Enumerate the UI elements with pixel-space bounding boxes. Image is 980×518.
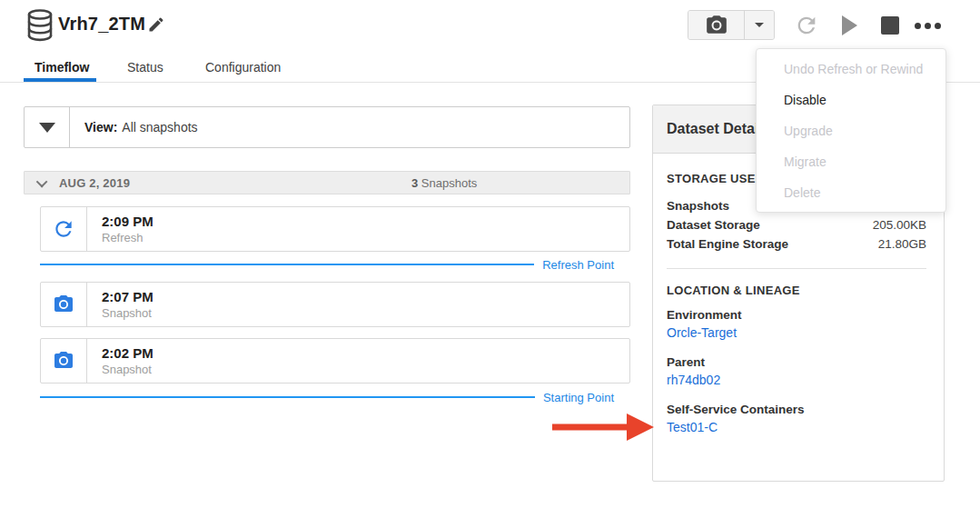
page-title: Vrh7_2TM: [58, 14, 145, 35]
snapshot-row[interactable]: 2:09 PM Refresh: [40, 206, 630, 252]
tab-status[interactable]: Status: [127, 60, 163, 75]
self-service-container-link[interactable]: Test01-C: [667, 420, 718, 434]
snapshot-options-caret-button[interactable]: [745, 11, 774, 39]
refresh-vdb-button[interactable]: [792, 11, 821, 40]
menu-item-upgrade: Upgrade: [757, 115, 945, 146]
start-vdb-button[interactable]: [836, 12, 863, 39]
snapshot-time: 2:02 PM: [102, 345, 153, 361]
snapshot-view-selector[interactable]: View: All snapshots: [24, 106, 630, 148]
section-divider: [667, 268, 926, 269]
view-selector-text: View: All snapshots: [70, 107, 198, 147]
menu-item-undo-refresh-or-rewind: Undo Refresh or Rewind: [757, 54, 945, 85]
snapshot-row[interactable]: 2:07 PM Snapshot: [40, 282, 630, 327]
camera-icon: [41, 283, 87, 326]
marker-label: Refresh Point: [542, 258, 614, 272]
refresh-icon: [41, 207, 87, 251]
starting-point-marker: Starting Point: [40, 390, 614, 404]
caret-down-icon: [755, 23, 764, 27]
tab-configuration[interactable]: Configuration: [205, 60, 281, 75]
menu-item-delete: Delete: [757, 177, 945, 208]
database-icon: [25, 8, 54, 46]
more-actions-button[interactable]: [909, 13, 945, 38]
triangle-down-icon: [39, 123, 55, 133]
snapshot-type: Snapshot: [102, 306, 153, 320]
tab-timeflow[interactable]: Timeflow: [35, 60, 89, 75]
stop-vdb-button[interactable]: [877, 13, 903, 38]
parent-link[interactable]: rh74db02: [667, 373, 720, 387]
chevron-down-icon: [36, 175, 48, 187]
snapshot-date-group-header[interactable]: AUG 2, 2019 3 Snapshots: [24, 171, 630, 194]
group-snapshot-count: 3 Snapshots: [411, 176, 477, 190]
marker-label: Starting Point: [543, 391, 614, 404]
menu-item-migrate: Migrate: [757, 146, 945, 177]
field-parent: Parent rh74db02: [667, 355, 926, 388]
more-actions-menu: Undo Refresh or Rewind Disable Upgrade M…: [756, 48, 946, 213]
field-self-service-containers: Self-Service Containers Test01-C: [667, 403, 926, 435]
stop-icon: [881, 16, 899, 35]
refresh-point-marker: Refresh Point: [40, 257, 614, 272]
field-environment: Environment Orcle-Target: [667, 308, 926, 341]
snapshot-type: Snapshot: [102, 363, 153, 376]
menu-item-disable[interactable]: Disable: [757, 85, 945, 115]
red-arrow-annotation: [552, 411, 654, 443]
timeline-line: [40, 396, 535, 398]
play-icon: [842, 15, 857, 35]
snapshot-camera-button[interactable]: [688, 11, 745, 39]
camera-icon: [41, 339, 87, 383]
view-label: View:: [84, 120, 117, 134]
edit-name-pencil-icon[interactable]: [146, 15, 166, 35]
snapshot-time: 2:07 PM: [102, 289, 153, 304]
snapshot-type: Refresh: [102, 231, 153, 244]
view-value: All snapshots: [122, 120, 197, 134]
group-date: AUG 2, 2019: [59, 176, 130, 190]
snapshot-row[interactable]: 2:02 PM Snapshot: [40, 338, 630, 384]
timeline-line: [40, 264, 534, 265]
refresh-icon: [794, 13, 819, 38]
view-dropdown-toggle[interactable]: [25, 107, 70, 147]
storage-row-dataset-storage: Dataset Storage 205.00KB: [667, 215, 926, 234]
ellipsis-icon: [915, 23, 941, 29]
snapshot-time: 2:09 PM: [102, 214, 153, 229]
snapshot-split-button[interactable]: [688, 10, 775, 40]
environment-link[interactable]: Orcle-Target: [667, 325, 737, 340]
location-section-heading: LOCATION & LINEAGE: [667, 284, 926, 297]
storage-row-total-engine-storage: Total Engine Storage 21.80GB: [667, 234, 926, 254]
